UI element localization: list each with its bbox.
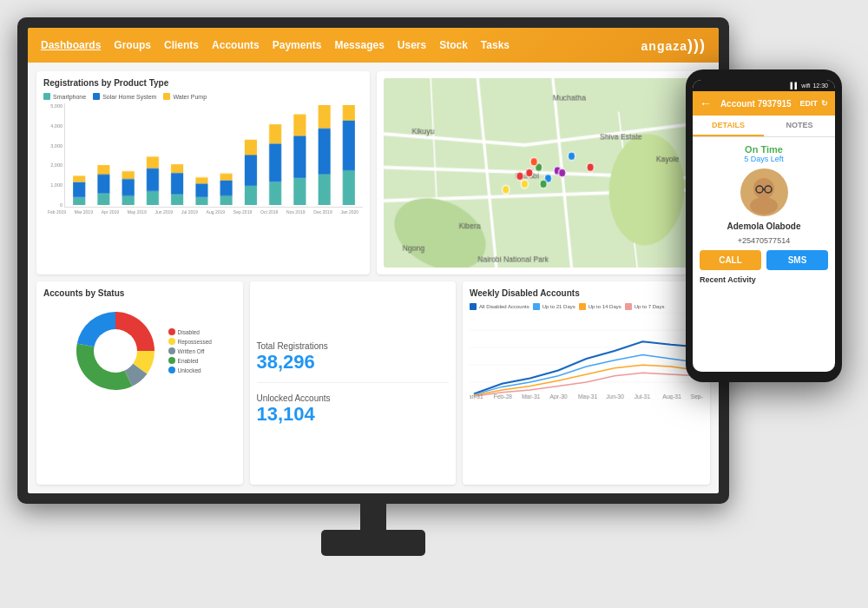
total-registrations-block: Total Registrations 38,296 — [257, 341, 450, 383]
weekly-disabled-title: Weekly Disabled Accounts — [470, 288, 703, 298]
monitor-frame: Dashboards Groups Clients Accounts Payme… — [17, 17, 729, 504]
map-card — [377, 71, 710, 274]
legend-dot-smartphone — [43, 93, 50, 100]
phone-account-title: Account 7937915 — [720, 99, 792, 109]
legend-dot-solar — [93, 93, 100, 100]
phone-content: On Time 5 Days Left Ademola Olabode — [693, 137, 835, 372]
tab-details[interactable]: DETAILS — [693, 116, 764, 136]
refresh-icon[interactable]: ↻ — [821, 99, 828, 108]
recent-activity-label: Recent Activity — [700, 275, 828, 284]
time-display: 12:30 — [812, 83, 828, 89]
accounts-status-title: Accounts by Status — [43, 288, 236, 298]
edit-button[interactable]: EDIT — [799, 99, 818, 108]
svg-point-1 — [750, 197, 778, 215]
legend-water: Water Pump — [163, 93, 207, 100]
phone: ▌▌ wifi 12:30 ← Account 7937915 EDIT ↻ D… — [686, 69, 842, 382]
nav-groups[interactable]: Groups — [114, 39, 151, 51]
line-legend: All Disabled Accounts Up to 21 Days Up t… — [470, 303, 703, 310]
nav-messages[interactable]: Messages — [334, 39, 384, 51]
unlocked-accounts-block: Unlocked Accounts 13,104 — [257, 393, 450, 426]
registrations-title: Registrations by Product Type — [43, 78, 363, 88]
x-labels: Feb 2019 Mar 2019 Apr 2019 May 2019 Jun … — [43, 209, 363, 215]
avatar — [740, 169, 788, 216]
wifi-icon: wifi — [801, 83, 810, 89]
nav-stock[interactable]: Stock — [439, 39, 468, 51]
tab-notes[interactable]: NOTES — [764, 116, 835, 136]
nav-links: Dashboards Groups Clients Accounts Payme… — [41, 39, 510, 51]
nav-dashboards[interactable]: Dashboards — [41, 39, 101, 51]
donut-legend: Disabled Repossessed Written Off Enabled… — [168, 328, 212, 373]
signal-icon: ▌▌ — [790, 83, 799, 89]
sms-button[interactable]: SMS — [766, 250, 828, 270]
scene: Dashboards Groups Clients Accounts Payme… — [0, 0, 868, 608]
accounts-status-card: Accounts by Status Disabled Repossessed … — [36, 281, 243, 485]
on-time-status: On Time — [744, 144, 784, 155]
stats-card: Total Registrations 38,296 Unlocked Acco… — [250, 281, 457, 485]
customer-name: Ademola Olabode — [727, 221, 800, 231]
legend-smartphone: Smartphone — [43, 93, 86, 100]
nav-clients[interactable]: Clients — [164, 39, 199, 51]
phone-header-actions: EDIT ↻ — [799, 99, 828, 108]
bottom-row: Accounts by Status Disabled Repossessed … — [36, 281, 710, 485]
nav-payments[interactable]: Payments — [273, 39, 322, 51]
days-left: 5 Days Left — [744, 155, 784, 163]
call-button[interactable]: CALL — [700, 250, 761, 270]
y-axis: 5,0004,0003,0002,0001,0000 — [43, 103, 64, 208]
nav-tasks[interactable]: Tasks — [481, 39, 510, 51]
chart-legend: Smartphone Solar Home System Water Pump — [43, 93, 363, 100]
top-row: Registrations by Product Type Smartphone… — [36, 71, 710, 274]
phone-status-bar: ▌▌ wifi 12:30 — [693, 80, 835, 91]
weekly-disabled-card: Weekly Disabled Accounts All Disabled Ac… — [463, 281, 710, 485]
monitor-stand — [321, 495, 425, 556]
total-reg-label: Total Registrations — [257, 341, 450, 351]
legend-dot-water — [163, 93, 170, 100]
customer-phone: +25470577514 — [738, 236, 790, 245]
action-buttons: CALL SMS — [700, 250, 828, 270]
bar-chart — [64, 103, 363, 208]
dashboard: Registrations by Product Type Smartphone… — [28, 63, 719, 493]
on-time-badge: On Time 5 Days Left — [744, 144, 784, 163]
phone-header: ← Account 7937915 EDIT ↻ — [693, 91, 835, 116]
total-reg-value: 38,296 — [257, 351, 450, 373]
monitor-screen: Dashboards Groups Clients Accounts Payme… — [28, 28, 719, 493]
registrations-card: Registrations by Product Type Smartphone… — [36, 71, 370, 274]
unlocked-value: 13,104 — [257, 403, 450, 426]
monitor: Dashboards Groups Clients Accounts Payme… — [17, 17, 729, 556]
nav-bar: Dashboards Groups Clients Accounts Payme… — [28, 28, 719, 63]
legend-solar: Solar Home System — [93, 93, 156, 100]
nav-accounts[interactable]: Accounts — [212, 39, 260, 51]
phone-tabs: DETAILS NOTES — [693, 116, 835, 137]
monitor-base — [321, 530, 425, 556]
phone-screen: ▌▌ wifi 12:30 ← Account 7937915 EDIT ↻ D… — [693, 80, 835, 372]
unlocked-label: Unlocked Accounts — [257, 393, 450, 403]
brand-logo: angaza))) — [641, 36, 706, 55]
monitor-neck — [360, 495, 386, 530]
nav-users[interactable]: Users — [398, 39, 426, 51]
back-icon[interactable]: ← — [700, 96, 712, 110]
